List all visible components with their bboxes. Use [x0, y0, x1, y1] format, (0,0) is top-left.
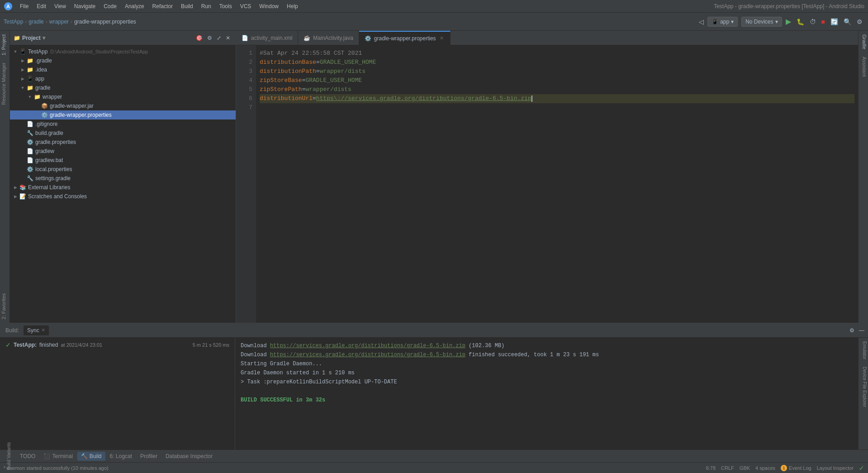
- menu-window[interactable]: Window: [256, 2, 282, 10]
- local-props-arrow: [19, 166, 26, 173]
- breadcrumb-gradle[interactable]: gradle: [28, 19, 43, 25]
- code-line-2: distributionBase = GRADLE_USER_HOME: [260, 58, 854, 67]
- tab-activity-main[interactable]: 📄 activity_main.xml: [236, 31, 298, 45]
- log-download-2-link[interactable]: https://services.gradle.org/distribution…: [270, 352, 465, 358]
- menu-edit[interactable]: Edit: [33, 2, 50, 10]
- event-log-button[interactable]: 1 Event Log: [781, 465, 811, 471]
- tab-todo[interactable]: TODO: [16, 452, 39, 461]
- menu-tools[interactable]: Tools: [216, 2, 236, 10]
- tree-item-external-libraries[interactable]: ▶ 📚 External Libraries: [10, 183, 236, 192]
- log-line-2: Download https://services.gradle.org/dis…: [241, 350, 853, 359]
- tree-item-scratches[interactable]: ▶ 📝 Scratches and Consoles: [10, 192, 236, 201]
- device-selector[interactable]: No Devices ▾: [741, 17, 782, 27]
- checkmark-icon: ✓: [859, 464, 864, 472]
- code-content[interactable]: #Sat Apr 24 22:55:58 CST 2021 distributi…: [256, 45, 858, 323]
- database-inspector-label: Database Inspector: [166, 453, 213, 459]
- project-dropdown-arrow[interactable]: ▾: [43, 35, 45, 41]
- settings-button[interactable]: ⚙: [855, 16, 864, 27]
- event-log-label: Event Log: [789, 465, 811, 471]
- close-panel-button[interactable]: ✕: [224, 34, 232, 42]
- tab-gradle-wrapper[interactable]: ⚙️ gradle-wrapper.properties ✕: [359, 31, 451, 45]
- menu-view[interactable]: View: [51, 2, 70, 10]
- code-val-5: wrapper/dists: [305, 85, 351, 94]
- menu-run[interactable]: Run: [198, 2, 215, 10]
- sync-button[interactable]: 🔄: [829, 16, 840, 27]
- tab-database-inspector[interactable]: Database Inspector: [162, 452, 216, 461]
- profile-button[interactable]: ⏱: [808, 16, 818, 27]
- tab-resource-manager[interactable]: Resource Manager: [0, 59, 9, 109]
- build-success-icon: ✓: [5, 341, 11, 349]
- expand-button[interactable]: ⤢: [215, 34, 223, 42]
- back-button[interactable]: ◁: [697, 16, 706, 27]
- props-name: gradle-wrapper.properties: [50, 112, 112, 118]
- menu-analyze[interactable]: Analyze: [121, 2, 148, 10]
- debug-button[interactable]: 🐛: [795, 16, 806, 27]
- tab-device-file-explorer[interactable]: Device File Explorer: [859, 363, 868, 411]
- tree-item-dotgradle[interactable]: ▶ 📁 .gradle: [10, 56, 236, 65]
- gitignore-name: .gitignore: [35, 121, 57, 127]
- tree-item-gitignore[interactable]: 📄 .gitignore: [10, 119, 236, 129]
- toolbar: TestApp › gradle › wrapper › gradle-wrap…: [0, 13, 868, 31]
- tab-mainactivity[interactable]: ☕ MainActivity.java: [298, 31, 359, 45]
- tree-item-local-properties[interactable]: ⚙️ local.properties: [10, 165, 236, 174]
- menu-help[interactable]: Help: [283, 2, 302, 10]
- log-download-1-link[interactable]: https://services.gradle.org/distribution…: [270, 343, 465, 349]
- menu-navigate[interactable]: Navigate: [71, 2, 99, 10]
- run-button[interactable]: ▶: [784, 15, 793, 28]
- tab-assistant[interactable]: Assistant: [859, 53, 868, 81]
- locate-file-button[interactable]: 🎯: [194, 34, 204, 42]
- sync-tab-close[interactable]: ✕: [41, 327, 45, 333]
- tab-gradle-right[interactable]: Gradle: [859, 31, 868, 53]
- tab-emulator[interactable]: Emulator: [859, 338, 868, 363]
- tree-item-idea[interactable]: ▶ 📁 .idea: [10, 65, 236, 74]
- tab-favorites[interactable]: 2: Favorites: [0, 290, 9, 323]
- search-everywhere[interactable]: 🔍: [842, 16, 853, 27]
- indent-label[interactable]: 4 spaces: [755, 465, 775, 471]
- code-url-6[interactable]: https\://services.gradle.org/distributio…: [316, 94, 531, 103]
- tree-item-gradlew-bat[interactable]: 📄 gradlew.bat: [10, 156, 236, 165]
- code-eq-2: =: [316, 58, 320, 67]
- tree-root[interactable]: ▼ 📱 TestApp D:\Android\Android_Studio\Pr…: [10, 47, 236, 56]
- bottom-minimize-btn[interactable]: —: [857, 326, 866, 334]
- tab-profiler[interactable]: Profiler: [137, 452, 161, 461]
- gear-settings-button[interactable]: ⚙: [205, 34, 214, 42]
- idea-icon: 📁: [26, 66, 33, 73]
- log-download-2-prefix: Download: [241, 352, 270, 358]
- tree-item-wrapper[interactable]: ▼ 📁 wrapper: [10, 92, 236, 101]
- tab-logcat[interactable]: 6: Logcat: [106, 452, 136, 461]
- tab-build-variants[interactable]: Build Variants: [6, 442, 11, 470]
- menu-build[interactable]: Build: [177, 2, 197, 10]
- tree-item-build-gradle[interactable]: 🔧 build.gradle: [10, 129, 236, 138]
- tree-item-gradle-properties[interactable]: ⚙️ gradle.properties: [10, 138, 236, 147]
- tree-item-gradle-wrapper-properties[interactable]: ⚙️ gradle-wrapper.properties: [10, 110, 236, 119]
- log-line-7: BUILD SUCCESSFUL in 3m 32s: [241, 396, 853, 405]
- bottom-settings-btn[interactable]: ⚙: [848, 326, 856, 334]
- code-key-6: distributionUrl: [260, 94, 313, 103]
- breadcrumb-wrapper[interactable]: wrapper: [49, 19, 69, 25]
- encoding-label[interactable]: GBK: [740, 465, 750, 471]
- menu-vcs[interactable]: VCS: [237, 2, 255, 10]
- tab-project[interactable]: 1: Project: [0, 31, 9, 59]
- run-config-selector[interactable]: 📱 app ▾: [707, 17, 738, 27]
- tree-item-gradle-wrapper-jar[interactable]: 📦 gradle-wrapper.jar: [10, 101, 236, 110]
- layout-inspector-button[interactable]: Layout Inspector: [817, 465, 854, 471]
- tree-item-app[interactable]: ▶ 📱 app: [10, 74, 236, 83]
- tab-sync[interactable]: Sync ✕: [24, 325, 49, 335]
- tab-build-bottom[interactable]: 🔨 Build: [77, 452, 105, 461]
- tab-gradle-wrapper-close[interactable]: ✕: [439, 35, 445, 42]
- bottom-panel: Build: Sync ✕ ⚙ — ✓ TestApp: finished at…: [0, 323, 868, 449]
- menu-code[interactable]: Code: [100, 2, 120, 10]
- gitignore-arrow: [19, 120, 26, 128]
- tree-item-gradle[interactable]: ▼ 📁 gradle: [10, 83, 236, 92]
- tree-item-settings-gradle[interactable]: 🔧 settings.gradle: [10, 174, 236, 183]
- tab-terminal[interactable]: ⬛ Terminal: [40, 452, 76, 461]
- breadcrumb-sep3: ›: [71, 19, 72, 25]
- stop-button[interactable]: ■: [820, 16, 827, 27]
- tree-item-gradlew[interactable]: 📄 gradlew: [10, 147, 236, 156]
- code-editor: 1 2 3 4 5 6 7 #Sat Apr 24 22:55:58 CST 2…: [236, 45, 858, 323]
- build-item-testapp[interactable]: ✓ TestApp: finished at 2021/4/24 23:01 5…: [2, 339, 233, 350]
- menu-refactor[interactable]: Refactor: [149, 2, 176, 10]
- menu-file[interactable]: File: [16, 2, 32, 10]
- breadcrumb-app[interactable]: TestApp: [4, 19, 23, 25]
- line-separator[interactable]: CRLF: [721, 465, 734, 471]
